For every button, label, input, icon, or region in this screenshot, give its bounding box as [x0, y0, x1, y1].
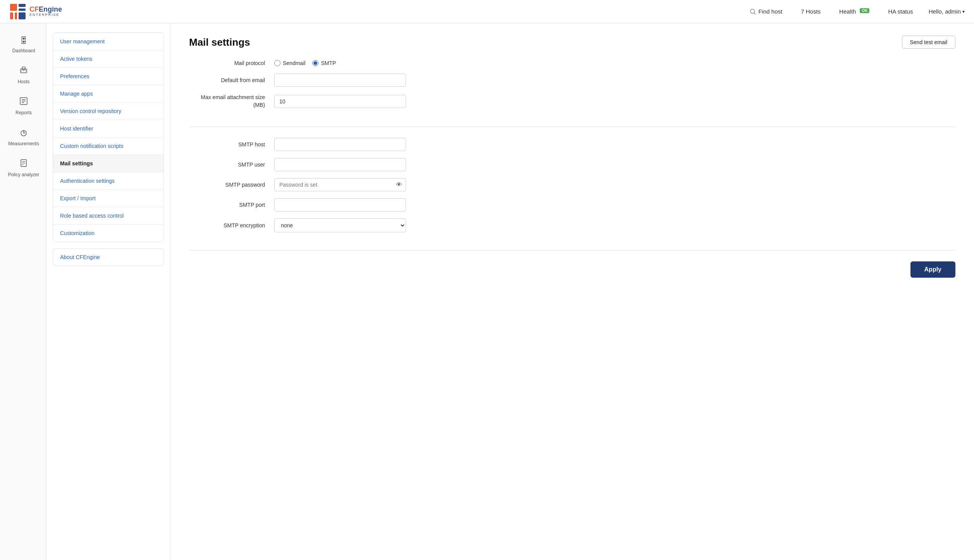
find-host-link[interactable]: Find host [746, 8, 786, 15]
apply-button[interactable]: Apply [910, 261, 955, 278]
menu-item-about[interactable]: About CFEngine [53, 248, 164, 266]
menu-item-export-import[interactable]: Export / Import [53, 190, 163, 207]
smtp-encryption-control: none SSL/TLS STARTTLS [274, 218, 406, 232]
reports-icon [19, 97, 28, 108]
svg-rect-5 [19, 12, 26, 19]
menu-item-customization[interactable]: Customization [53, 225, 163, 242]
sidebar-item-hosts[interactable]: Hosts [0, 60, 46, 91]
smtp-host-label: SMTP host [189, 141, 274, 148]
smtp-password-input[interactable] [274, 178, 406, 191]
svg-line-7 [754, 13, 755, 14]
hosts-count-link[interactable]: 7 Hosts [798, 8, 824, 15]
svg-rect-1 [19, 4, 26, 7]
health-badge: OK [860, 8, 869, 13]
smtp-port-row: SMTP port [189, 198, 955, 211]
measurements-icon [19, 128, 28, 139]
smtp-encryption-label: SMTP encryption [189, 222, 274, 229]
svg-point-12 [25, 70, 26, 71]
max-attachment-label: Max email attachment size (MB) [189, 94, 274, 109]
smtp-host-control [274, 138, 406, 151]
svg-rect-0 [10, 4, 17, 11]
svg-point-6 [750, 9, 754, 13]
default-from-control [274, 74, 406, 87]
sidebar: 🎛 Dashboard Hosts [0, 23, 46, 560]
mail-protocol-control: Sendmail SMTP [274, 60, 406, 66]
health-link[interactable]: Health OK [836, 8, 872, 15]
smtp-radio[interactable] [312, 60, 318, 66]
ha-status-link[interactable]: HA status [885, 8, 916, 15]
sendmail-option[interactable]: Sendmail [274, 60, 305, 66]
smtp-password-control: 👁 [274, 178, 406, 191]
menu-item-manage-apps[interactable]: Manage apps [53, 85, 163, 103]
sidebar-item-measurements[interactable]: Measurements [0, 122, 46, 153]
menu-item-authentication-settings[interactable]: Authentication settings [53, 172, 163, 190]
smtp-option[interactable]: SMTP [312, 60, 336, 66]
policy-analyzer-icon [19, 159, 28, 170]
main-panel: Mail settings Send test email Mail proto… [170, 23, 974, 560]
send-test-email-button[interactable]: Send test email [902, 36, 956, 49]
svg-rect-3 [10, 12, 13, 19]
logo-text: CFEngine ENTERPRISE [29, 6, 62, 17]
svg-rect-4 [15, 12, 17, 19]
max-attachment-control [274, 95, 406, 108]
logo-enterprise: ENTERPRISE [29, 13, 62, 17]
page-title: Mail settings [189, 36, 250, 48]
settings-nav: User management Active tokens Preference… [46, 23, 170, 560]
sidebar-label-hosts: Hosts [18, 79, 30, 84]
sidebar-label-policy-analyzer: Policy analyzer [8, 172, 40, 177]
find-host-label: Find host [759, 8, 783, 15]
topnav-items: Find host 7 Hosts Health OK HA status He… [746, 8, 965, 15]
smtp-password-label: SMTP password [189, 181, 274, 188]
sidebar-label-reports: Reports [15, 110, 32, 115]
menu-item-role-based-access[interactable]: Role based access control [53, 207, 163, 225]
smtp-host-row: SMTP host [189, 138, 955, 151]
main-layout: 🎛 Dashboard Hosts [0, 23, 974, 560]
smtp-user-input[interactable] [274, 158, 406, 171]
menu-item-preferences[interactable]: Preferences [53, 68, 163, 85]
menu-item-host-identifier[interactable]: Host identifier [53, 120, 163, 137]
smtp-encryption-select[interactable]: none SSL/TLS STARTTLS [274, 218, 406, 232]
password-wrapper: 👁 [274, 178, 406, 191]
menu-item-version-control[interactable]: Version control repository [53, 103, 163, 120]
smtp-port-input[interactable] [274, 198, 406, 211]
ha-status-label: HA status [888, 8, 913, 15]
default-from-input[interactable] [274, 74, 406, 87]
content-area: User management Active tokens Preference… [46, 23, 974, 560]
panel-header: Mail settings Send test email [189, 36, 955, 49]
sidebar-label-measurements: Measurements [8, 141, 39, 146]
mail-protocol-row: Mail protocol Sendmail SMTP [189, 60, 955, 67]
sidebar-item-dashboard[interactable]: 🎛 Dashboard [0, 29, 46, 60]
svg-rect-9 [22, 67, 25, 70]
svg-rect-2 [19, 9, 26, 11]
sidebar-item-policy-analyzer[interactable]: Policy analyzer [0, 153, 46, 184]
logo[interactable]: CFEngine ENTERPRISE [9, 3, 62, 20]
apply-row: Apply [189, 261, 955, 278]
show-password-icon[interactable]: 👁 [396, 181, 402, 188]
smtp-user-label: SMTP user [189, 161, 274, 168]
user-menu[interactable]: Hello, admin ▾ [929, 8, 965, 15]
menu-item-user-management[interactable]: User management [53, 33, 163, 50]
hosts-icon [19, 66, 28, 77]
hosts-count-label: 7 Hosts [801, 8, 821, 15]
settings-menu-group: User management Active tokens Preference… [53, 33, 164, 242]
default-from-label: Default from email [189, 77, 274, 84]
search-icon [749, 8, 756, 15]
max-attachment-input[interactable] [274, 95, 406, 108]
sidebar-item-reports[interactable]: Reports [0, 91, 46, 122]
smtp-port-label: SMTP port [189, 201, 274, 208]
menu-item-custom-notifications[interactable]: Custom notification scripts [53, 137, 163, 155]
svg-point-10 [21, 70, 22, 71]
smtp-section: SMTP host SMTP user SMTP password [189, 138, 955, 251]
sendmail-label: Sendmail [283, 60, 305, 66]
svg-point-11 [23, 70, 24, 71]
mail-protocol-label: Mail protocol [189, 60, 274, 67]
smtp-host-input[interactable] [274, 138, 406, 151]
smtp-user-row: SMTP user [189, 158, 955, 171]
menu-item-mail-settings[interactable]: Mail settings [53, 155, 163, 172]
smtp-user-control [274, 158, 406, 171]
topnav: CFEngine ENTERPRISE Find host 7 Hosts He… [0, 0, 974, 23]
sendmail-radio[interactable] [274, 60, 280, 66]
menu-item-active-tokens[interactable]: Active tokens [53, 50, 163, 68]
logo-icon [9, 3, 26, 20]
smtp-radio-label: SMTP [321, 60, 336, 66]
